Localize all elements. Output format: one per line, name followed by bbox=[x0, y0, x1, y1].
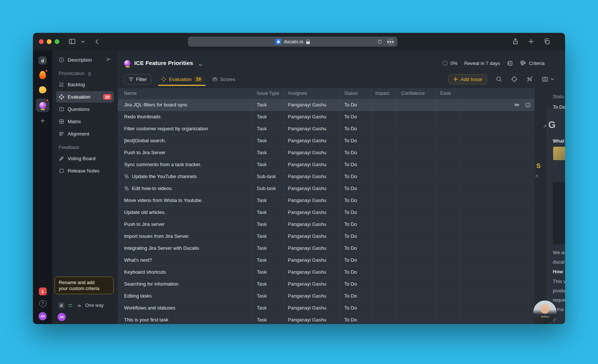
issue-assignee[interactable]: Panganayi Gashu bbox=[284, 218, 340, 230]
panel-thumbnail[interactable] bbox=[553, 147, 565, 160]
table-row[interactable]: Redo thumbnails Task Panganayi Gashu To … bbox=[118, 111, 534, 123]
issue-status[interactable]: To Do bbox=[340, 230, 372, 242]
reload-icon[interactable] bbox=[376, 38, 384, 46]
issue-assignee[interactable]: Panganayi Gashu bbox=[284, 111, 340, 122]
table-row[interactable]: This is your first task Task Panganayi G… bbox=[118, 314, 534, 324]
table-row[interactable]: Keyboard shortcuts Task Panganayi Gashu … bbox=[118, 266, 534, 278]
impact-cell[interactable] bbox=[372, 171, 397, 182]
issue-assignee[interactable]: Panganayi Gashu bbox=[284, 278, 340, 290]
column-header-assignee[interactable]: Assignee bbox=[284, 88, 340, 99]
board-fire-icon[interactable] bbox=[37, 69, 48, 81]
issue-assignee[interactable]: Panganayi Gashu bbox=[284, 290, 340, 302]
support-chat-avatar[interactable] bbox=[533, 301, 557, 324]
user-avatar[interactable]: JA bbox=[38, 312, 47, 320]
sort-icon[interactable] bbox=[526, 76, 533, 83]
confidence-cell[interactable] bbox=[397, 159, 437, 170]
confidence-cell[interactable] bbox=[397, 230, 437, 242]
table-row[interactable]: Move videos from Wistia to Youtube. Task… bbox=[118, 195, 534, 206]
board-hand-icon[interactable] bbox=[37, 84, 48, 95]
confidence-cell[interactable] bbox=[397, 302, 437, 314]
help-box-icon[interactable]: ? bbox=[525, 102, 531, 108]
issue-status[interactable]: To Do bbox=[340, 99, 372, 111]
issue-assignee[interactable]: Panganayi Gashu bbox=[284, 171, 340, 182]
impact-cell[interactable] bbox=[372, 135, 397, 146]
issue-status[interactable]: To Do bbox=[340, 278, 372, 290]
panel-video-placeholder[interactable] bbox=[553, 182, 565, 245]
columns-menu[interactable] bbox=[542, 76, 554, 83]
impact-cell[interactable] bbox=[372, 314, 397, 324]
confidence-cell[interactable] bbox=[397, 183, 437, 194]
board-title-group[interactable]: ICE Feature Priorities bbox=[124, 60, 202, 66]
sidebar-item-alignment[interactable]: Voting Board Alignment bbox=[56, 128, 114, 140]
confidence-cell[interactable] bbox=[397, 171, 437, 182]
ease-cell[interactable] bbox=[437, 314, 459, 324]
sidebar-item-description[interactable]: Description bbox=[56, 54, 114, 66]
chevron-down-icon[interactable] bbox=[198, 61, 202, 65]
issue-assignee[interactable]: Panganayi Gashu bbox=[284, 159, 340, 170]
ease-cell[interactable] bbox=[437, 111, 459, 122]
sidebar-item-evaluation[interactable]: Evaluation 19 bbox=[56, 91, 114, 103]
issue-assignee[interactable]: Panganayi Gashu bbox=[284, 99, 340, 111]
impact-cell[interactable] bbox=[372, 290, 397, 302]
issue-status[interactable]: To Do bbox=[340, 123, 372, 134]
column-header-ease[interactable]: Ease bbox=[437, 88, 459, 99]
column-header-confidence[interactable]: Confidence bbox=[397, 88, 437, 99]
impact-cell[interactable] bbox=[372, 266, 397, 278]
sidebar-toggle-icon[interactable] bbox=[68, 37, 76, 46]
collapse-sidebar-icon[interactable] bbox=[106, 57, 111, 63]
issue-status[interactable]: To Do bbox=[340, 242, 372, 254]
impact-cell[interactable] bbox=[372, 230, 397, 242]
confidence-cell[interactable] bbox=[397, 99, 437, 111]
table-row[interactable]: import issues from Jira Server. Task Pan… bbox=[118, 230, 534, 242]
ease-cell[interactable] bbox=[437, 171, 459, 182]
impact-cell[interactable] bbox=[372, 195, 397, 206]
issue-status[interactable]: To Do bbox=[340, 171, 372, 182]
add-issue-button[interactable]: Add Issue bbox=[449, 74, 487, 84]
table-row[interactable]: Filter customer request by organization … bbox=[118, 123, 534, 135]
confidence-cell[interactable] bbox=[397, 147, 437, 158]
issue-assignee[interactable]: Panganayi Gashu bbox=[284, 135, 340, 146]
issue-status[interactable]: To Do bbox=[340, 302, 372, 314]
issue-status[interactable]: To Do bbox=[340, 111, 372, 122]
confidence-cell[interactable] bbox=[397, 242, 437, 254]
tab-scores[interactable]: Scores bbox=[212, 77, 235, 82]
issue-status[interactable]: To Do bbox=[340, 290, 372, 302]
confidence-cell[interactable] bbox=[397, 290, 437, 302]
ease-cell[interactable] bbox=[437, 302, 459, 314]
ease-cell[interactable] bbox=[437, 123, 459, 134]
ease-cell[interactable] bbox=[437, 135, 459, 146]
column-header-name[interactable]: Name bbox=[118, 88, 253, 99]
ease-cell[interactable] bbox=[437, 99, 459, 111]
issue-assignee[interactable]: Panganayi Gashu bbox=[284, 266, 340, 278]
sidebar-item-voting-board[interactable]: Voting Board bbox=[56, 153, 114, 164]
filter-button[interactable]: Filter bbox=[124, 74, 151, 84]
issue-status[interactable]: To Do bbox=[340, 266, 372, 278]
address-bar[interactable]: ducalis.io ●●● bbox=[188, 37, 397, 47]
ducalis-logo[interactable]: d bbox=[37, 55, 48, 66]
issue-assignee[interactable]: Panganayi Gashu bbox=[284, 123, 340, 134]
confidence-cell[interactable] bbox=[397, 135, 437, 146]
issue-status[interactable]: To Do bbox=[340, 135, 372, 146]
sidebar-item-questions[interactable]: ? Questions bbox=[56, 103, 114, 115]
table-row[interactable]: Update the YouTube channels Sub-task Pan… bbox=[118, 171, 534, 183]
column-header-status[interactable]: Status bbox=[340, 88, 372, 99]
impact-cell[interactable] bbox=[372, 218, 397, 230]
table-row[interactable]: Workflows and statuses Task Panganayi Ga… bbox=[118, 302, 534, 314]
ease-cell[interactable] bbox=[437, 159, 459, 170]
issue-status[interactable]: To Do bbox=[340, 218, 372, 230]
confidence-cell[interactable] bbox=[397, 206, 437, 218]
impact-cell[interactable] bbox=[372, 278, 397, 290]
minimize-window-button[interactable] bbox=[47, 39, 52, 44]
ease-cell[interactable] bbox=[437, 195, 459, 206]
tab-overview-icon[interactable] bbox=[543, 37, 551, 46]
issue-assignee[interactable]: Panganayi Gashu bbox=[284, 206, 340, 218]
issue-assignee[interactable]: Panganayi Gashu bbox=[284, 254, 340, 266]
sidebar-item-backlog[interactable]: Backlog bbox=[56, 79, 114, 90]
page-menu-icon[interactable]: ●●● bbox=[387, 38, 394, 46]
issue-status[interactable]: To Do bbox=[340, 183, 372, 194]
help-icon[interactable]: ? bbox=[39, 300, 46, 307]
issue-assignee[interactable]: Panganayi Gashu bbox=[284, 242, 340, 254]
issue-assignee[interactable]: Panganayi Gashu bbox=[284, 314, 340, 324]
search-icon[interactable] bbox=[496, 76, 502, 83]
impact-cell[interactable] bbox=[372, 123, 397, 134]
